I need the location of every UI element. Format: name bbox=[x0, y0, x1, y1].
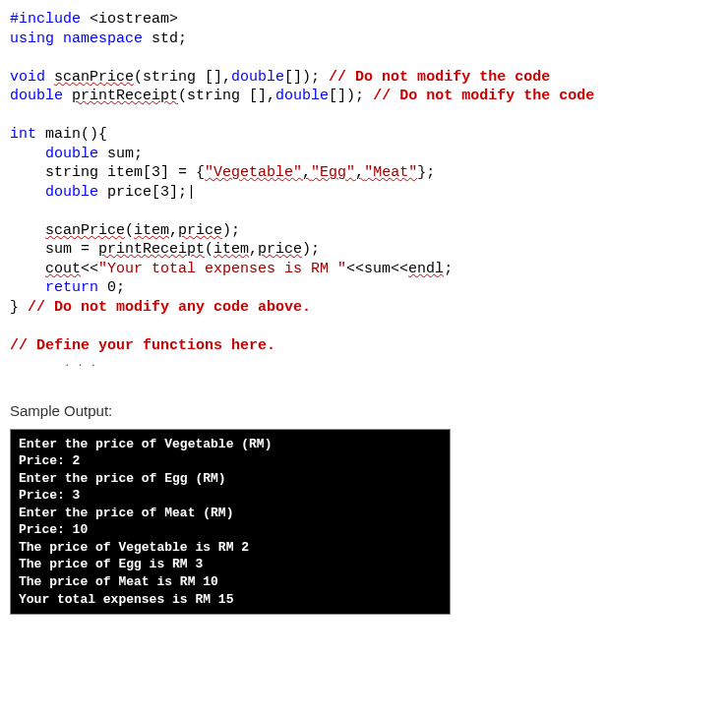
code-editor: #include <iostream> using namespace std;… bbox=[10, 10, 718, 355]
comment: // Do not modify the code bbox=[329, 69, 550, 86]
fn-scanprice: scanPrice bbox=[54, 69, 134, 86]
comment-define: // Define your functions here. bbox=[10, 337, 275, 354]
sample-output-header: Sample Output: bbox=[10, 402, 718, 419]
preproc: #include bbox=[10, 11, 81, 28]
terminal-output: Enter the price of Vegetable (RM) Price:… bbox=[10, 429, 451, 615]
keyword-void: void bbox=[10, 69, 45, 86]
keyword-using: using bbox=[10, 30, 54, 47]
fn-printreceipt: printReceipt bbox=[72, 88, 178, 104]
ellipsis-dots: . . . bbox=[64, 355, 718, 373]
